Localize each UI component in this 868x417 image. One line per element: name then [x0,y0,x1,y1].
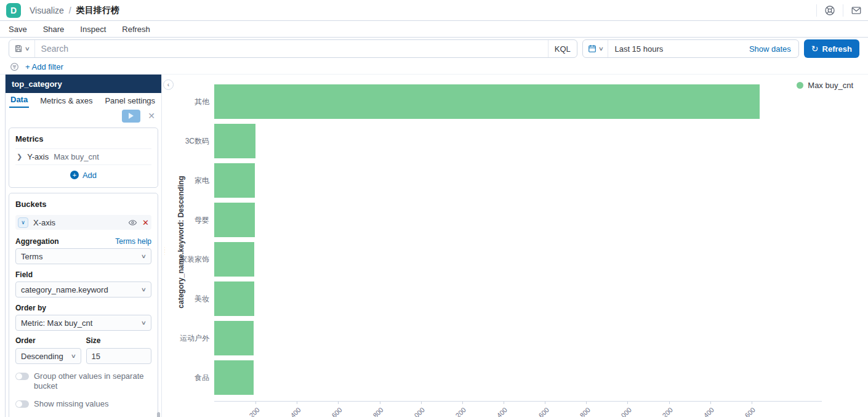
menu-item-save[interactable]: Save [9,25,27,34]
x-tick-mark [338,402,339,404]
collapse-sidebar-button[interactable]: ‹ [163,79,174,90]
filter-bar: + Add filter [0,60,868,75]
metrics-title: Metrics [15,134,151,144]
bar-运动户外[interactable] [214,321,254,355]
toggle-show-missing-values[interactable]: Show missing values [15,399,151,409]
tab-metrics-axes[interactable]: Metrics & axes [39,96,94,108]
chevron-down-icon: ∨ [71,353,76,359]
eye-icon[interactable] [128,218,137,227]
x-tick-label: 2,200 [657,406,674,417]
x-tick-mark [545,402,545,404]
breadcrumb-separator: / [69,6,71,15]
sidebar-actions: ✕ [6,108,161,124]
space-avatar[interactable]: D [6,3,21,18]
query-language-button[interactable]: KQL [548,40,577,57]
divider [816,4,817,17]
category-label-美妆: 美妆 [165,294,209,304]
bar-家装家饰[interactable] [214,242,254,277]
x-tick-mark [504,402,504,404]
category-label-食品: 食品 [165,373,209,383]
show-dates-button[interactable]: Show dates [742,44,798,54]
x-tick-mark [669,402,670,404]
chevron-down-icon[interactable]: ∨ [18,217,28,228]
query-bar: ∨ KQL [9,39,577,58]
bar-其他[interactable] [214,84,760,119]
legend-label: Max buy_cnt [808,81,853,90]
toggle-switch[interactable] [15,400,29,408]
bar-3c数码[interactable] [214,124,255,158]
metrics-card: Metrics ❯ Y-axis Max buy_cnt + Add [9,128,158,188]
toggle-label: Show missing values [34,399,108,409]
left-gutter [0,75,5,417]
category-label-母婴: 母婴 [165,215,209,225]
add-filter-button[interactable]: + Add filter [25,62,63,71]
index-pattern-title: top_category [6,75,161,93]
x-tick-mark [421,402,422,404]
plus-icon: + [70,171,79,179]
bar-食品[interactable] [214,360,254,395]
breadcrumb-current: 类目排行榜 [76,5,119,16]
breadcrumb-section[interactable]: Visualize [30,6,64,15]
header-actions [809,0,862,20]
saved-query-menu-button[interactable]: ∨ [9,40,35,57]
calendar-icon [588,44,597,53]
toggle-group-other-values-in-separate-bucket[interactable]: Group other values in separate bucket [15,371,151,392]
mail-icon[interactable] [851,5,862,16]
buckets-title: Buckets [15,200,151,209]
aggregation-select[interactable]: Terms ∨ [15,248,151,264]
bucket-x-axis-row[interactable]: ∨ X-axis ✕ [15,215,151,230]
divider [843,4,843,17]
bar-美妆[interactable] [214,281,254,316]
query-toolbar: ∨ KQL ∨ Last 15 hours Show dates ↻ Refre… [0,38,868,60]
menu-item-share[interactable]: Share [43,25,65,34]
menu-item-inspect[interactable]: Inspect [80,25,106,34]
chart-area: ‹ Max buy_cnt 其他3C数码家电母婴家装家饰美妆运动户外食品2004… [165,75,868,417]
tab-panel-settings[interactable]: Panel settings [103,96,156,108]
add-metric-button[interactable]: + Add [15,169,151,181]
legend-color-dot [797,82,803,89]
refresh-query-button[interactable]: ↻ Refresh [804,39,859,58]
vis-editor-sidebar: top_category DataMetrics & axesPanel set… [5,75,161,417]
help-icon[interactable] [824,5,835,16]
aggregation-label: Aggregation [15,237,59,246]
date-quick-select-button[interactable]: ∨ [583,40,609,57]
order-by-select[interactable]: Metric: Max buy_cnt ∨ [15,315,151,331]
sidebar-scrollbar[interactable] [157,412,160,417]
terms-help-link[interactable]: Terms help [115,237,151,246]
metric-y-axis-row[interactable]: ❯ Y-axis Max buy_cnt [15,148,151,165]
field-select[interactable]: category_name.keyword ∨ [15,281,151,298]
x-tick-label: 1,400 [492,406,509,417]
date-picker: ∨ Last 15 hours Show dates [582,39,799,58]
x-tick-mark [710,402,711,404]
chevron-down-icon: ∨ [141,253,147,259]
size-input[interactable] [86,348,152,364]
bar-家电[interactable] [214,163,255,198]
search-input[interactable] [35,40,548,57]
menu-item-refresh[interactable]: Refresh [122,25,150,34]
save-query-icon [14,44,23,53]
category-label-家装家饰: 家装家饰 [165,254,209,265]
tab-data[interactable]: Data [9,95,29,108]
category-label-家电: 家电 [165,176,209,186]
time-range-value[interactable]: Last 15 hours [608,44,741,54]
bar-母婴[interactable] [214,203,255,237]
category-label-运动户外: 运动户外 [165,333,209,344]
x-tick-mark [255,402,256,404]
refresh-icon: ↻ [811,44,819,54]
apply-changes-button[interactable] [122,110,140,123]
discard-changes-icon[interactable]: ✕ [148,111,155,121]
x-tick-mark [627,402,628,404]
chevron-right-icon: ❯ [17,153,22,161]
x-tick-label: 1,000 [409,406,426,417]
x-tick-label: 2,000 [616,406,633,417]
toggle-switch[interactable] [15,373,29,380]
order-select[interactable]: Descending ∨ [15,348,81,364]
remove-bucket-icon[interactable]: ✕ [142,218,149,227]
buckets-card: Buckets ∨ X-axis ✕ Aggregation Terms hel… [9,193,158,417]
x-tick-mark [380,402,380,404]
legend-item[interactable]: Max buy_cnt [797,81,853,90]
x-tick-label: 200 [247,406,260,417]
top-header: D Visualize / 类目排行榜 [0,0,868,21]
app-window: D Visualize / 类目排行榜 SaveShareInspectRefr… [0,0,868,417]
play-icon [129,113,134,119]
